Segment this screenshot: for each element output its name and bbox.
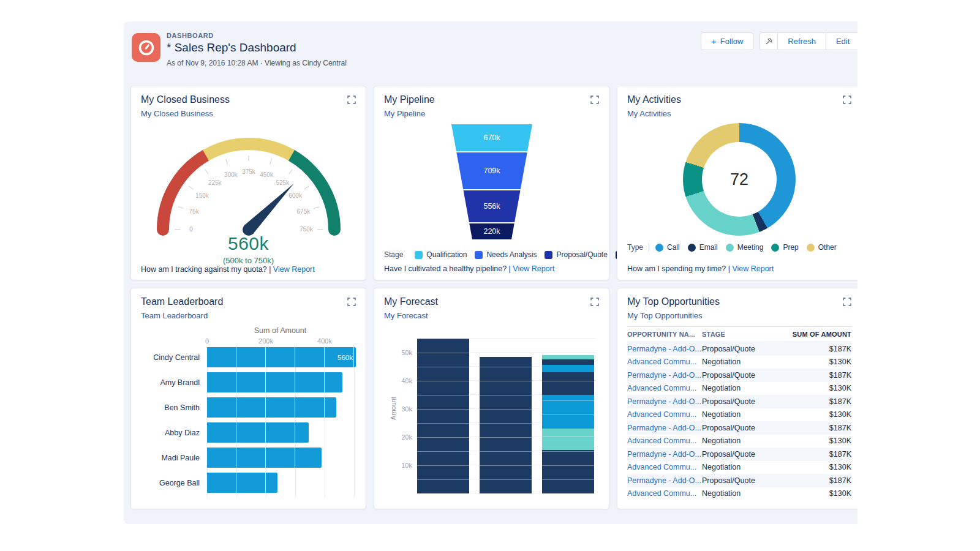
opportunity-name-link[interactable]: Advanced Commu... bbox=[627, 437, 702, 445]
opportunity-name-link[interactable]: Advanced Commu... bbox=[627, 358, 702, 366]
page-title: * Sales Rep's Dashboard bbox=[167, 41, 347, 54]
leaderboard-chart: Cindy Central560kAmy BrandlBen SmithAbby… bbox=[141, 347, 356, 498]
card-subtitle[interactable]: Team Leaderboard bbox=[141, 311, 356, 320]
donut-chart: 72 bbox=[627, 123, 851, 236]
y-tick-label: 20k bbox=[393, 433, 412, 441]
column-header-sum-of-amount[interactable]: SUM OF AMOUNT bbox=[783, 331, 851, 338]
card-subtitle[interactable]: My Pipeline bbox=[384, 109, 599, 118]
legend-item-qualification: Qualification bbox=[415, 250, 467, 259]
leaderboard-row: Amy Brandl bbox=[141, 372, 356, 392]
table-row: Advanced Commu...Negotiation$130K bbox=[627, 382, 851, 395]
legend-item-proposal-quote: Proposal/Quote bbox=[545, 250, 607, 259]
opportunity-name-link[interactable]: Permadyne - Add-O... bbox=[627, 397, 702, 406]
gauge-tick-label: 450k bbox=[260, 171, 274, 178]
card-subtitle[interactable]: My Activities bbox=[627, 109, 851, 118]
card-my-top-opportunities: My Top Opportunities My Top Opportunitie… bbox=[617, 288, 858, 509]
forecast-bar[interactable] bbox=[480, 357, 532, 493]
x-tick-label: 0 bbox=[205, 337, 209, 345]
bar-value-label: 560k bbox=[337, 354, 353, 361]
swatch-icon bbox=[415, 251, 423, 259]
plus-icon: + bbox=[711, 36, 717, 47]
forecast-bar-segment[interactable] bbox=[480, 357, 532, 493]
refresh-button[interactable]: Refresh bbox=[778, 32, 826, 50]
expand-icon[interactable] bbox=[843, 96, 851, 104]
view-report-link[interactable]: View Report bbox=[732, 264, 774, 273]
amount-cell: $130K bbox=[791, 463, 851, 471]
opportunity-name-link[interactable]: Advanced Commu... bbox=[627, 489, 702, 498]
opportunity-name-link[interactable]: Advanced Commu... bbox=[627, 410, 702, 419]
opportunity-name-link[interactable]: Permadyne - Add-O... bbox=[627, 476, 702, 485]
gauge-tick-label: 525k bbox=[276, 179, 290, 186]
leaderboard-bar[interactable] bbox=[207, 372, 342, 392]
funnel-segment-label: 709k bbox=[483, 167, 500, 175]
forecast-bar-segment[interactable] bbox=[542, 365, 594, 372]
leaderboard-bar[interactable]: 560k bbox=[207, 347, 356, 367]
view-report-link[interactable]: View Report bbox=[273, 265, 315, 274]
expand-icon[interactable] bbox=[843, 298, 851, 306]
bar-category-label: Madi Paule bbox=[141, 454, 200, 462]
leaderboard-bar[interactable] bbox=[207, 473, 277, 493]
legend-item-email: Email bbox=[688, 243, 718, 252]
opportunity-name-link[interactable]: Permadyne - Add-O... bbox=[627, 345, 702, 353]
column-header-stage[interactable]: STAGE bbox=[702, 331, 783, 338]
card-subtitle[interactable]: My Top Opportunities bbox=[627, 311, 851, 320]
expand-icon[interactable] bbox=[590, 96, 599, 104]
bar-category-label: Amy Brandl bbox=[141, 378, 200, 387]
table-row: Permadyne - Add-O...Proposal/Quote$187K bbox=[627, 421, 851, 435]
opportunity-name-link[interactable]: Permadyne - Add-O... bbox=[627, 424, 702, 432]
forecast-bar-segment[interactable] bbox=[542, 359, 594, 365]
bar-category-label: Abby Diaz bbox=[141, 429, 200, 437]
forecast-bar-segment[interactable] bbox=[542, 395, 594, 429]
expand-icon[interactable] bbox=[347, 96, 356, 104]
leaderboard-bar[interactable] bbox=[207, 397, 336, 418]
table-row: Permadyne - Add-O...Proposal/Quote$187K bbox=[627, 474, 851, 487]
legend-item-call: Call bbox=[655, 243, 680, 252]
edit-button[interactable]: Edit bbox=[826, 32, 858, 50]
stage-cell: Negotiation bbox=[702, 437, 791, 445]
stage-cell: Proposal/Quote bbox=[702, 345, 791, 353]
footer-question: How am I spending my time? bbox=[627, 264, 726, 273]
stage-cell: Proposal/Quote bbox=[702, 450, 791, 459]
card-subtitle[interactable]: My Forecast bbox=[384, 311, 599, 320]
funnel-segment-label: 670k bbox=[483, 133, 500, 142]
follow-button[interactable]: + Follow bbox=[701, 32, 753, 50]
table-row: Advanced Commu...Negotiation$130K bbox=[627, 435, 851, 448]
x-axis-ticks: 0200k400k bbox=[207, 337, 356, 347]
opportunity-name-link[interactable]: Permadyne - Add-O... bbox=[627, 371, 702, 380]
card-team-leaderboard: Team Leaderboard Team Leaderboard Sum of… bbox=[130, 288, 366, 509]
opportunity-name-link[interactable]: Permadyne - Add-O... bbox=[627, 450, 702, 459]
expand-icon[interactable] bbox=[590, 298, 599, 306]
table-header-row: OPPORTUNITY NA... STAGE SUM OF AMOUNT bbox=[627, 327, 851, 342]
dashboard-icon bbox=[132, 33, 160, 62]
forecast-bar[interactable] bbox=[417, 339, 469, 493]
leaderboard-bar[interactable] bbox=[207, 422, 309, 443]
forecast-bar-segment[interactable] bbox=[542, 355, 594, 359]
dashboard-eyebrow: DASHBOARD bbox=[167, 32, 347, 39]
donut-center-value: 72 bbox=[730, 170, 748, 189]
expand-icon[interactable] bbox=[347, 298, 356, 306]
leaderboard-row: Abby Diaz bbox=[141, 422, 356, 443]
forecast-bar-segment[interactable] bbox=[542, 429, 594, 450]
amount-cell: $187K bbox=[791, 371, 851, 380]
table-row: Advanced Commu...Negotiation$130K bbox=[627, 461, 851, 474]
pin-button[interactable] bbox=[760, 32, 778, 50]
forecast-bar-segment[interactable] bbox=[542, 372, 594, 395]
card-subtitle[interactable]: My Closed Business bbox=[141, 109, 356, 118]
forecast-bar-segment[interactable] bbox=[542, 450, 594, 493]
x-tick-label: 400k bbox=[317, 337, 332, 345]
legend-item-meeting: Meeting bbox=[726, 243, 764, 252]
view-report-link[interactable]: View Report bbox=[513, 264, 554, 273]
leaderboard-row: Madi Paule bbox=[141, 448, 356, 468]
activities-legend: Type Call Email Meeting Prep Other bbox=[627, 243, 851, 252]
leaderboard-bar[interactable] bbox=[207, 448, 322, 468]
opportunity-name-link[interactable]: Advanced Commu... bbox=[627, 463, 702, 471]
forecast-bar[interactable] bbox=[542, 355, 594, 493]
dot-icon bbox=[771, 244, 779, 252]
amount-cell: $187K bbox=[791, 450, 851, 459]
pin-icon bbox=[765, 38, 772, 45]
gauge-svg: 075k150k225k300k375k450k525k600k675k750k bbox=[141, 121, 357, 237]
column-header-opportunity-name[interactable]: OPPORTUNITY NA... bbox=[627, 331, 702, 338]
forecast-bar-segment[interactable] bbox=[417, 339, 469, 493]
page-meta: As of Nov 9, 2016 10:28 AM · Viewing as … bbox=[167, 59, 347, 67]
opportunity-name-link[interactable]: Advanced Commu... bbox=[627, 384, 702, 392]
